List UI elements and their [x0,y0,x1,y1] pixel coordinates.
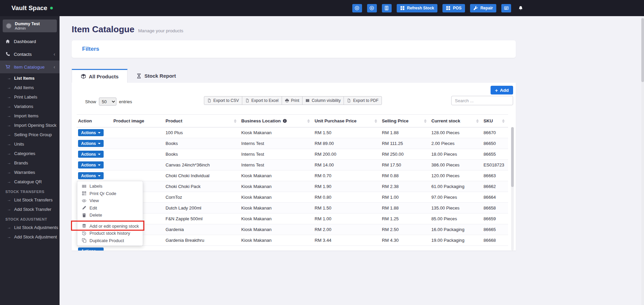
sidebar-item-add-items[interactable]: →Add Items [0,83,60,92]
purchase-price-cell: RM 200.00 [313,149,381,160]
menu-item-edit[interactable]: Edit [77,204,143,212]
brand[interactable]: Vault Space [0,4,60,12]
register-button[interactable] [501,4,511,12]
menu-item-view[interactable]: View [77,197,143,204]
row-actions-button[interactable]: Actions [78,140,104,147]
sidebar-item-dashboard[interactable]: Dashboard [0,35,60,48]
row-actions-button[interactable]: Actions [78,151,104,158]
menu-item-print-qr-code[interactable]: Print Qr Code [77,190,143,197]
column-product[interactable]: Product [164,115,240,127]
row-actions-button[interactable]: Actions [78,129,104,136]
search-input[interactable] [451,96,513,105]
repair-button[interactable]: Repair [470,4,496,12]
column-visibility-button[interactable]: Column visibility [302,96,344,105]
sidebar-item-selling-price-group[interactable]: →Selling Price Group [0,130,60,139]
sidebar-item-contacts[interactable]: Contacts‹ [0,48,60,61]
sku-cell: 86650 [482,138,508,149]
column-current-stock[interactable]: Current stock [430,115,482,127]
sort-icon[interactable] [234,119,237,123]
page-scrollbar[interactable] [641,16,644,305]
export-to-pdf-button[interactable]: Export to PDF [344,96,382,105]
sidebar-item-import-items[interactable]: →Import Items [0,111,60,120]
column-business-location[interactable]: Business Location [240,115,313,127]
wrench-icon [473,6,478,10]
page-size-select[interactable]: 50 [99,98,116,106]
sidebar-item-variations[interactable]: →Variations [0,102,60,111]
notifications-bell-icon[interactable] [518,6,523,11]
location-info-icon[interactable] [283,119,287,123]
purchase-price-cell: RM 3.44 [313,235,381,246]
selling-price-cell: RM 2.38 [381,181,430,192]
sort-icon[interactable] [307,119,310,123]
phone-icon [5,52,10,56]
export-to-excel-button[interactable]: Export to Excel [242,96,282,105]
sidebar-item-label: Units [14,142,24,147]
sidebar-item-catalogue-qr[interactable]: →Catalogue QR [0,177,60,186]
sort-icon[interactable] [476,119,479,123]
sort-icon[interactable] [374,119,377,123]
location-cell: Kiosk Makanan [240,170,313,181]
pos-button[interactable]: POS [442,4,465,12]
sidebar-item-warranties[interactable]: →Warranties [0,167,60,177]
menu-item-duplicate-product[interactable]: Duplicate Product [77,237,143,244]
row-actions-button[interactable]: Actions [78,161,104,168]
tab-stock-report[interactable]: Stock Report [128,69,184,83]
tab-all-products[interactable]: All Products [72,69,128,83]
refresh-stock-button[interactable]: Refresh Stock [397,4,438,12]
export-to-csv-button[interactable]: Export to CSV [204,96,242,105]
hourglass-icon [136,73,142,79]
product-image-cell [112,160,164,170]
menu-item-product-stock-history[interactable]: Product stock history [77,230,143,237]
download-button[interactable] [352,4,362,12]
sidebar-item-categories[interactable]: →Categories [0,149,60,158]
menu-item-add-or-edit-opening-stock[interactable]: Add or edit opening stock [77,223,143,230]
purchase-price-cell: RM 0.70 [313,170,381,181]
top-navbar: Vault Space Refresh StockPOSRepair [0,0,644,16]
sidebar-item-item-catalogue[interactable]: Item Catalogue‹ [0,61,60,73]
row-actions-button[interactable]: Actions [78,247,104,251]
current-stock-cell: 120.00 Pieces [430,170,482,181]
quick-add-button[interactable] [367,4,377,12]
location-cell: Kiosk Makanan [240,235,313,246]
row-actions-button[interactable]: Actions [78,172,104,179]
sidebar-item-import-opening-stock[interactable]: →Import Opening Stock [0,120,60,130]
sku-cell: 86663 [482,170,508,181]
selling-price-cell: RM 2.50 [381,224,430,235]
sidebar-item-add-stock-adjustment[interactable]: →Add Stock Adjustment [0,232,60,241]
column-sku[interactable]: SKU [482,115,508,127]
repair-button-label: Repair [480,6,493,10]
product-cell: Books [164,149,240,160]
table-scrollbar[interactable] [511,127,514,251]
column-selling-price[interactable]: Selling Price [381,115,430,127]
sidebar-item-add-stock-transfer[interactable]: →Add Stock Transfer [0,204,60,214]
arrow-right-icon: → [7,160,11,165]
database-icon [82,224,86,228]
table-scrollbar-thumb[interactable] [511,127,514,187]
add-button[interactable]: + Add [491,86,513,94]
current-stock-cell: 85.00 Pieces [430,214,482,224]
pencil-icon [82,205,86,210]
sidebar-item-brands[interactable]: →Brands [0,158,60,167]
menu-item-delete[interactable]: Delete [77,212,143,219]
sidebar-item-print-labels[interactable]: →Print Labels [0,92,60,102]
sidebar-item-list-stock-transfers[interactable]: →List Stock Transfers [0,195,60,204]
sidebar-item-label: Variations [14,104,33,109]
sort-icon[interactable] [424,119,427,123]
export-button-label: Export to PDF [353,98,378,103]
sidebar-item-list-stock-adjustments[interactable]: →List Stock Adjustments [0,223,60,232]
calculator-button[interactable] [382,4,392,12]
filters-panel[interactable]: Filters [72,40,516,58]
sidebar-item-units[interactable]: →Units [0,139,60,149]
selling-price-cell: RM 1.88 [381,203,430,214]
column-label: Action [78,118,92,123]
print-button[interactable]: Print [282,96,303,105]
sort-icon[interactable] [502,119,505,123]
menu-item-labels[interactable]: Labels [77,183,143,190]
menu-item-label: View [90,198,99,203]
purchase-price-cell: RM 1.50 [313,203,381,214]
caret-down-icon [98,132,101,134]
arrow-down-circle-icon [355,6,359,10]
page-scrollbar-thumb[interactable] [641,18,644,82]
sidebar-item-list-items[interactable]: →List Items [0,73,60,83]
column-unit-purchase-price[interactable]: Unit Purchase Price [313,115,381,127]
